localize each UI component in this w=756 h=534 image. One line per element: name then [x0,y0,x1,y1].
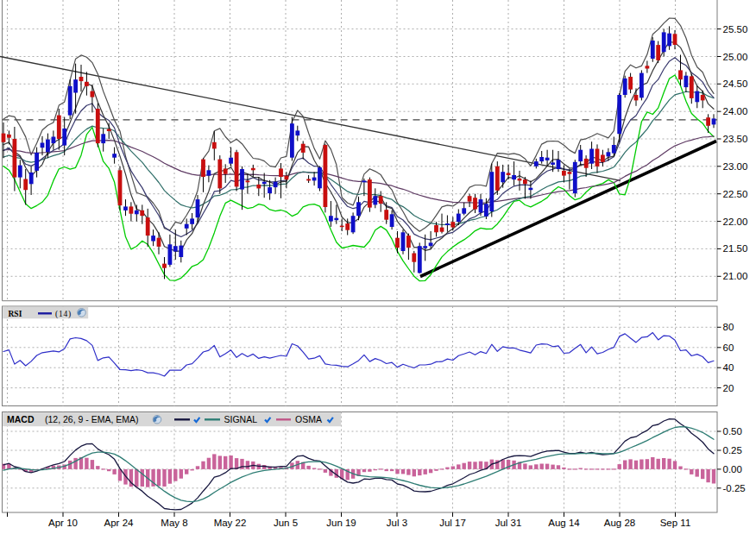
svg-text:21.50: 21.50 [723,243,748,254]
svg-text:Jun 19: Jun 19 [326,518,356,528]
svg-text:24.00: 24.00 [723,106,748,116]
svg-text:40: 40 [723,362,734,373]
svg-text:Apr 24: Apr 24 [104,518,134,528]
svg-text:Aug 14: Aug 14 [548,518,580,528]
svg-text:25.00: 25.00 [723,52,748,62]
svg-text:23.00: 23.00 [723,161,748,172]
svg-text:May 22: May 22 [214,518,247,528]
svg-text:21.00: 21.00 [723,271,748,281]
svg-text:0.50: 0.50 [723,426,742,437]
svg-text:Jul 17: Jul 17 [439,518,466,528]
svg-text:0.00: 0.00 [723,464,742,474]
svg-text:0.25: 0.25 [723,445,742,455]
svg-text:22.00: 22.00 [723,217,748,227]
svg-text:25.50: 25.50 [723,24,748,35]
svg-text:23.50: 23.50 [723,134,748,144]
svg-text:SIGNAL: SIGNAL [224,414,258,424]
svg-text:Sep 11: Sep 11 [660,518,691,528]
svg-text:OSMA: OSMA [295,414,322,424]
svg-text:May 8: May 8 [161,518,187,528]
svg-text:20: 20 [723,383,734,393]
svg-text:RSI: RSI [9,310,22,318]
svg-text:Jun 5: Jun 5 [274,518,298,528]
svg-text:Jul 3: Jul 3 [387,518,407,528]
svg-text:(12, 26, 9 - EMA, EMA): (12, 26, 9 - EMA, EMA) [45,414,139,424]
svg-text:Jul 31: Jul 31 [495,518,522,528]
svg-text:Apr 10: Apr 10 [48,518,78,528]
svg-text:60: 60 [723,342,734,353]
svg-text:MACD: MACD [7,414,35,424]
svg-text:(14): (14) [55,310,72,319]
svg-text:24.50: 24.50 [723,79,748,89]
svg-text:Aug 28: Aug 28 [604,518,635,528]
svg-text:22.50: 22.50 [723,189,748,199]
svg-text:80: 80 [723,322,734,332]
svg-text:-0.25: -0.25 [723,483,746,493]
